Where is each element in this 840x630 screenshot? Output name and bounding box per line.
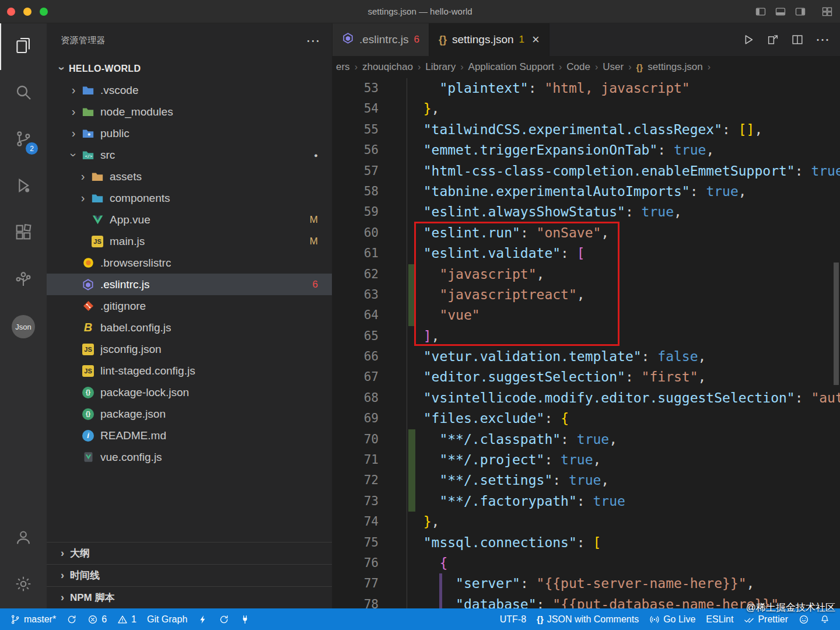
extensions-view-button[interactable] (0, 210, 47, 257)
todo-tree-view-button[interactable] (0, 257, 47, 303)
code-line[interactable]: 61 "eslint.validate": [ (332, 243, 840, 264)
json-extension-view-button[interactable]: Json (0, 303, 47, 350)
close-window-button[interactable] (7, 8, 15, 16)
zoom-window-button[interactable] (40, 8, 48, 16)
code-line[interactable]: 55 "tailwindCSS.experimental.classRegex"… (332, 120, 840, 140)
breadcrumb-item-settings-json[interactable]: settings.json (648, 61, 703, 73)
breadcrumb-item-library[interactable]: Library (425, 61, 456, 73)
minimize-window-button[interactable] (23, 8, 32, 16)
file-tree-item-lint-staged-config-js[interactable]: JSlint-staged.config.js (47, 360, 332, 382)
code-line[interactable]: 66 "vetur.validation.template": false, (332, 346, 840, 367)
code-line[interactable]: 69 "files.exclude": { (332, 408, 840, 429)
code-line[interactable]: 58 "tabnine.experimentalAutoImports": tr… (332, 181, 840, 202)
explorer-view-button[interactable] (0, 23, 47, 70)
doublecheck-icon (744, 614, 754, 625)
status-item-6[interactable]: 6 (82, 608, 112, 630)
file-tree-item-jsconfig-json[interactable]: JSjsconfig.json (47, 338, 332, 360)
tab-eslintrc-js[interactable]: .eslintrc.js 6 (332, 23, 429, 56)
file-tree-item-assets[interactable]: ›assets (47, 166, 332, 187)
status-item-bell[interactable] (814, 608, 835, 630)
status-item-plug[interactable] (235, 608, 256, 630)
status-item-lightning[interactable] (192, 608, 214, 630)
status-item-sync[interactable] (61, 608, 82, 630)
code-line[interactable]: 64 "vue" (332, 305, 840, 326)
code-line[interactable]: 71 "**/.project": true, (332, 450, 840, 470)
breadcrumb-item-code[interactable]: Code (566, 61, 590, 73)
file-tree-item-vue-config-js[interactable]: vue.config.js (47, 446, 332, 468)
breadcrumb-item-application-support[interactable]: Application Support (468, 61, 554, 73)
code-line[interactable]: 74 }, (332, 512, 840, 532)
open-changes-icon[interactable] (766, 33, 779, 46)
accounts-button[interactable] (0, 515, 47, 562)
status-item-refresh[interactable] (214, 608, 235, 630)
status-item-feedback[interactable] (793, 608, 814, 630)
source-control-view-button[interactable]: 2 (0, 117, 47, 163)
file-tree-item-app-vue[interactable]: App.vueM (47, 209, 332, 230)
code-line[interactable]: 60 "eslint.run": "onSave", (332, 223, 840, 243)
status-item-prettier[interactable]: Prettier (738, 608, 793, 630)
code-line[interactable]: 73 "**/.factorypath": true (332, 491, 840, 512)
code-line[interactable]: 53 "plaintext": "html, javascript" (332, 78, 840, 99)
status-item-git-graph[interactable]: Git Graph (142, 608, 192, 630)
code-line[interactable]: 77 "server": "{{put-server-name-here}}", (332, 573, 840, 594)
code-line[interactable]: 68 "vsintellicode.modify.editor.suggestS… (332, 388, 840, 408)
sidebar-section-npm[interactable]: ›NPM 脚本 (47, 586, 332, 608)
file-tree-item-package-json[interactable]: {}package.json (47, 403, 332, 425)
tree-root-folder[interactable]: › HELLO-WORLD (47, 58, 332, 79)
run-debug-view-button[interactable] (0, 163, 47, 210)
status-item-json-with-comments[interactable]: {}JSON with Comments (531, 608, 644, 630)
file-tree-item-browserslistrc[interactable]: .browserslistrc (47, 252, 332, 274)
code-line[interactable]: 63 "javascriptreact", (332, 285, 840, 305)
file-tree-item-vscode[interactable]: ›.vscode (47, 79, 332, 101)
editor-scrollbar[interactable] (834, 262, 839, 385)
file-tree-item-gitignore[interactable]: .gitignore (47, 295, 332, 317)
code-line[interactable]: 65 ], (332, 326, 840, 346)
code-line[interactable]: 62 "javascript", (332, 264, 840, 285)
file-tree-item-components[interactable]: ›components (47, 187, 332, 209)
sidebar-more-actions[interactable]: ⋯ (306, 38, 320, 44)
status-item-master[interactable]: master* (5, 608, 61, 630)
code-line[interactable]: 67 "editor.suggestSelection": "first", (332, 367, 840, 387)
toggle-sidebar-icon[interactable] (755, 6, 766, 18)
tab-settings-json[interactable]: {} settings.json 1 × (429, 23, 550, 56)
file-tree-item-package-lock-json[interactable]: {}package-lock.json (47, 382, 332, 403)
sidebar-section-[interactable]: ›时间线 (47, 564, 332, 586)
line-number: 64 (332, 305, 407, 326)
toggle-secondary-sidebar-icon[interactable] (794, 6, 806, 18)
file-tree-item-node-modules[interactable]: ›node_modules (47, 101, 332, 123)
search-view-button[interactable] (0, 70, 47, 117)
code-line[interactable]: 76 { (332, 553, 840, 573)
code-line[interactable]: 78 "database": "{{put-database-name-here… (332, 594, 840, 608)
file-tree-item-public[interactable]: ›public (47, 123, 332, 144)
file-tree-item-src[interactable]: ›</>src● (47, 144, 332, 166)
code-line[interactable]: 57 "html-css-class-completion.enableEmme… (332, 161, 840, 181)
breadcrumb-item-ers[interactable]: ers (336, 61, 350, 73)
settings-button[interactable] (0, 562, 47, 608)
run-button[interactable] (742, 33, 755, 46)
code-line[interactable]: 70 "**/.classpath": true, (332, 429, 840, 450)
status-item-go-live[interactable]: Go Live (644, 608, 701, 630)
code-line[interactable]: 54 }, (332, 99, 840, 119)
breadcrumb-item-zhouqichao[interactable]: zhouqichao (362, 61, 413, 73)
sidebar-title: 资源管理器 (61, 35, 106, 46)
split-editor-icon[interactable] (791, 33, 804, 46)
code-line[interactable]: 59 "eslint.alwaysShowStatus": true, (332, 202, 840, 222)
status-item-utf-8[interactable]: UTF-8 (495, 608, 531, 630)
tab-label: settings.json (452, 33, 514, 46)
more-actions-icon[interactable]: ⋯ (816, 37, 830, 43)
code-line[interactable]: 56 "emmet.triggerExpansionOnTab": true, (332, 140, 840, 160)
file-tree-item-eslintrc-js[interactable]: .eslintrc.js6 (47, 274, 332, 295)
sidebar-section-[interactable]: ›大纲 (47, 542, 332, 564)
status-item-1[interactable]: 1 (112, 608, 142, 630)
code-line[interactable]: 72 "**/.settings": true, (332, 470, 840, 491)
code-line[interactable]: 75 "mssql.connections": [ (332, 533, 840, 553)
customize-layout-icon[interactable] (821, 6, 833, 18)
file-tree-item-main-js[interactable]: JSmain.jsM (47, 230, 332, 252)
toggle-panel-icon[interactable] (775, 6, 786, 18)
file-tree-item-readme-md[interactable]: iREADME.md (47, 425, 332, 446)
code-editor[interactable]: 53 "plaintext": "html, javascript"54 },5… (332, 78, 840, 608)
close-tab-button[interactable]: × (532, 33, 540, 46)
breadcrumb-item-user[interactable]: User (603, 61, 624, 73)
file-tree-item-babel-config-js[interactable]: Bbabel.config.js (47, 317, 332, 338)
status-item-eslint[interactable]: ESLint (701, 608, 738, 630)
